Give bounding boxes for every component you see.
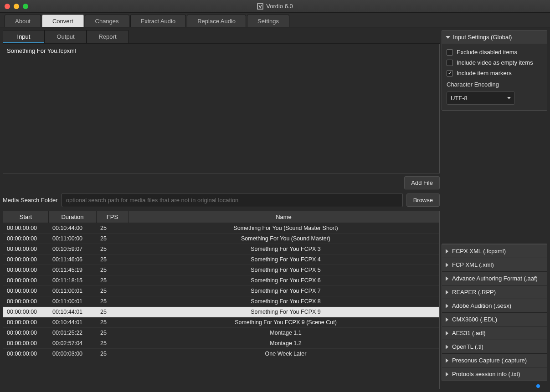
table-row[interactable]: 00:00:00:0000:11:00:0125Something For Yo… (3, 296, 439, 307)
col-header-fps[interactable]: FPS (97, 211, 129, 223)
main-tab-convert[interactable]: Convert (42, 15, 84, 27)
format-label: Protools session info (.txt) (452, 371, 520, 377)
table-row[interactable]: 00:00:00:0000:11:18:1525Something For Yo… (3, 275, 439, 286)
file-item[interactable]: Something For You.fcpxml (6, 46, 437, 56)
cell-fps: 25 (97, 244, 129, 254)
disclosure-right-icon (446, 345, 448, 349)
table-row[interactable]: 00:00:00:0000:11:46:0625Something For Yo… (3, 255, 439, 265)
encoding-select[interactable]: UTF-8 (447, 92, 515, 105)
browse-button[interactable]: Browse (406, 193, 440, 207)
cell-fps: 25 (97, 255, 129, 265)
sequence-table: Start Duration FPS Name 00:00:00:0000:10… (3, 211, 440, 389)
table-row[interactable]: 00:00:00:0000:01:25:2225Montage 1.1 (3, 328, 439, 338)
input-settings-header[interactable]: Input Settings (Global) (442, 31, 547, 44)
cell-fps: 25 (97, 275, 129, 285)
export-formats-panel: FCPX XML (.fcpxml)FCP XML (.xml)Advance … (442, 244, 547, 381)
include-markers-checkbox[interactable] (447, 70, 453, 76)
cell-name: Something For You FCPX 9 (129, 307, 439, 317)
cell-name: Montage 1.2 (129, 338, 439, 348)
cell-start: 00:00:00:00 (3, 255, 49, 265)
cell-fps: 25 (97, 349, 129, 359)
table-row[interactable]: 00:00:00:0000:00:03:0025One Week Later (3, 349, 439, 359)
cell-name: Something For You (Sound Master Short) (129, 223, 439, 233)
main-tab-changes[interactable]: Changes (85, 15, 129, 27)
format-item[interactable]: AES31 (.adl) (442, 326, 547, 340)
app-icon (257, 3, 263, 10)
disclosure-right-icon (446, 249, 448, 254)
table-row[interactable]: 00:00:00:0000:02:57:0425Montage 1.2 (3, 338, 439, 349)
cell-start: 00:00:00:00 (3, 244, 49, 254)
format-item[interactable]: Protools session info (.txt) (442, 367, 547, 381)
col-header-duration[interactable]: Duration (49, 211, 97, 223)
sub-tab-report[interactable]: Report (87, 30, 129, 43)
main-tab-replace-audio[interactable]: Replace Audio (187, 15, 246, 27)
format-item[interactable]: FCP XML (.xml) (442, 258, 547, 271)
table-row[interactable]: 00:00:00:0000:10:59:0725Something For Yo… (3, 244, 439, 255)
disclosure-right-icon (446, 317, 448, 322)
table-row[interactable]: 00:00:00:0000:10:44:0125Something For Yo… (3, 307, 439, 317)
cell-fps: 25 (97, 317, 129, 327)
cell-start: 00:00:00:00 (3, 223, 49, 233)
cell-start: 00:00:00:00 (3, 265, 49, 275)
table-row[interactable]: 00:00:00:0000:11:45:1925Something For Yo… (3, 265, 439, 275)
include-video-empty-checkbox[interactable] (447, 60, 453, 66)
table-row[interactable]: 00:00:00:0000:11:00:0125Something For Yo… (3, 286, 439, 296)
cell-name: Something For You FCPX 6 (129, 275, 439, 285)
cell-name: Something For You (Sound Master) (129, 234, 439, 244)
format-label: AES31 (.adl) (452, 330, 486, 336)
format-label: Presonus Capture (.capture) (452, 357, 527, 364)
table-row[interactable]: 00:00:00:0000:10:44:0125Something For Yo… (3, 317, 439, 328)
input-settings-panel: Input Settings (Global) Exclude disabled… (442, 30, 547, 111)
cell-start: 00:00:00:00 (3, 349, 49, 359)
format-item[interactable]: Advance Authoring Format (.aaf) (442, 271, 547, 285)
main-tabs: AboutConvertChangesExtract AudioReplace … (0, 13, 550, 27)
exclude-disabled-label: Exclude disabled items (457, 49, 517, 56)
cell-name: Montage 1.1 (129, 328, 439, 338)
cell-dur: 00:01:25:22 (49, 328, 97, 338)
encoding-label: Character Encoding (447, 81, 542, 88)
add-file-button[interactable]: Add File (404, 176, 440, 189)
media-search-input[interactable] (62, 193, 403, 207)
format-item[interactable]: Adobe Audition (.sesx) (442, 299, 547, 312)
main-tab-extract-audio[interactable]: Extract Audio (130, 15, 186, 27)
sub-tab-output[interactable]: Output (45, 30, 87, 43)
cell-name: One Week Later (129, 349, 439, 359)
disclosure-right-icon (446, 304, 448, 308)
col-header-start[interactable]: Start (3, 211, 49, 223)
cell-fps: 25 (97, 338, 129, 348)
disclosure-right-icon (446, 331, 448, 336)
format-label: CMX3600 (.EDL) (452, 316, 497, 323)
cell-start: 00:00:00:00 (3, 286, 49, 296)
input-file-list[interactable]: Something For You.fcpxml (3, 44, 440, 173)
table-body[interactable]: 00:00:00:0000:10:44:0025Something For Yo… (3, 223, 439, 389)
main-tab-about[interactable]: About (5, 15, 41, 27)
format-label: FCPX XML (.fcpxml) (452, 248, 506, 255)
include-video-empty-label: Include video as empty items (457, 59, 533, 66)
titlebar: Vordio 6.0 (0, 0, 550, 13)
format-item[interactable]: OpenTL (.tl) (442, 340, 547, 353)
table-row[interactable]: 00:00:00:0000:10:44:0025Something For Yo… (3, 223, 439, 234)
format-item[interactable]: CMX3600 (.EDL) (442, 312, 547, 326)
cell-fps: 25 (97, 328, 129, 338)
exclude-disabled-checkbox[interactable] (447, 49, 453, 56)
format-item[interactable]: FCPX XML (.fcpxml) (442, 244, 547, 258)
cell-dur: 00:10:44:00 (49, 223, 97, 233)
table-row[interactable]: 00:00:00:0000:11:00:0025Something For Yo… (3, 234, 439, 244)
cell-dur: 00:11:00:01 (49, 296, 97, 306)
cell-dur: 00:10:59:07 (49, 244, 97, 254)
format-item[interactable]: Presonus Capture (.capture) (442, 353, 547, 367)
cell-dur: 00:10:44:01 (49, 307, 97, 317)
cell-name: Something For You FCPX 3 (129, 244, 439, 254)
cell-dur: 00:11:18:15 (49, 275, 97, 285)
format-item[interactable]: REAPER (.RPP) (442, 285, 547, 299)
cell-fps: 25 (97, 223, 129, 233)
main-tab-settings[interactable]: Settings (247, 15, 289, 27)
cell-fps: 25 (97, 307, 129, 317)
sub-tab-input[interactable]: Input (3, 30, 45, 43)
cell-dur: 00:11:00:00 (49, 234, 97, 244)
cell-dur: 00:02:57:04 (49, 338, 97, 348)
encoding-value: UTF-8 (451, 95, 468, 102)
cell-start: 00:00:00:00 (3, 338, 49, 348)
cell-name: Something For You FCPX 5 (129, 265, 439, 275)
col-header-name[interactable]: Name (129, 211, 439, 223)
